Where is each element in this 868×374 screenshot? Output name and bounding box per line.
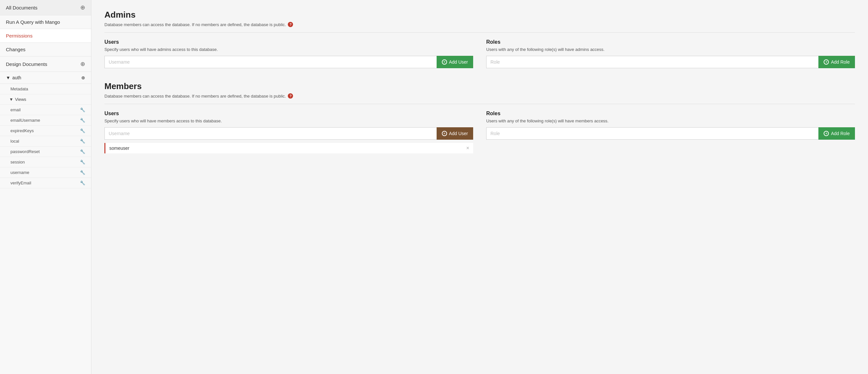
members-add-user-button[interactable]: + Add User [437, 127, 473, 140]
plus-icon: + [442, 131, 447, 136]
help-icon[interactable]: ? [288, 22, 293, 27]
sidebar-item-all-documents[interactable]: All Documents ⊕ [0, 0, 91, 15]
plus-icon: + [824, 59, 829, 65]
members-roles-input-row: + Add Role [486, 127, 855, 140]
chevron-down-icon: ▼ [9, 97, 13, 102]
view-label: username [10, 170, 29, 175]
view-label: passwordReset [10, 149, 40, 154]
members-roles-column: Roles Users with any of the following ro… [486, 111, 855, 153]
members-grid: Users Specify users who will have member… [104, 111, 855, 153]
help-icon[interactable]: ? [288, 93, 293, 99]
sidebar-item-label: Run A Query with Mango [6, 19, 60, 25]
plus-icon[interactable]: ⊕ [81, 75, 85, 80]
admins-grid: Users Specify users who will have admins… [104, 39, 855, 68]
sidebar-sub-item-passwordreset[interactable]: passwordReset 🔧 [0, 147, 91, 157]
members-add-role-button[interactable]: + Add Role [818, 127, 855, 140]
sidebar: All Documents ⊕ Run A Query with Mango P… [0, 0, 91, 374]
view-label: emailUsername [10, 118, 40, 123]
admins-users-title: Users [104, 39, 473, 45]
sidebar-sub-item-local[interactable]: local 🔧 [0, 136, 91, 147]
wrench-icon: 🔧 [80, 181, 85, 185]
admins-users-column: Users Specify users who will have admins… [104, 39, 473, 68]
members-roles-desc: Users with any of the following role(s) … [486, 119, 855, 123]
admins-roles-input-row: + Add Role [486, 56, 855, 68]
members-role-input[interactable] [486, 127, 818, 140]
plus-icon: + [824, 131, 829, 136]
wrench-icon: 🔧 [80, 118, 85, 123]
admins-add-user-button[interactable]: + Add User [437, 56, 473, 68]
sidebar-sub-item-email[interactable]: email 🔧 [0, 105, 91, 115]
view-label: verifyEmail [10, 181, 31, 185]
main-content: Admins Database members can access the d… [91, 0, 868, 374]
view-label: session [10, 160, 25, 164]
plus-icon[interactable]: ⊕ [80, 60, 85, 67]
sidebar-views-header[interactable]: ▼ Views [0, 94, 91, 105]
sidebar-sub-item-expiredkeys[interactable]: expiredKeys 🔧 [0, 126, 91, 136]
members-roles-title: Roles [486, 111, 855, 117]
sidebar-sub-item-emailusername[interactable]: emailUsername 🔧 [0, 115, 91, 126]
admins-description: Database members can access the database… [104, 22, 855, 27]
members-title: Members [104, 81, 855, 91]
members-users-title: Users [104, 111, 473, 117]
admins-roles-title: Roles [486, 39, 855, 45]
wrench-icon: 🔧 [80, 128, 85, 133]
members-users-tag-list: someuser × [104, 143, 473, 153]
chevron-down-icon: ▼ [6, 75, 10, 80]
sidebar-item-label: All Documents [6, 5, 37, 10]
view-label: expiredKeys [10, 128, 34, 133]
views-label: Views [15, 97, 26, 102]
members-users-desc: Specify users who will have members acce… [104, 119, 473, 123]
remove-tag-button[interactable]: × [466, 146, 469, 151]
plus-icon[interactable]: ⊕ [80, 4, 85, 11]
sidebar-sub-item-session[interactable]: session 🔧 [0, 157, 91, 167]
sidebar-sub-item-verifyemail[interactable]: verifyEmail 🔧 [0, 178, 91, 188]
sidebar-sub-item-label: Metadata [10, 87, 28, 91]
admins-add-role-button[interactable]: + Add Role [818, 56, 855, 68]
sidebar-item-design-documents[interactable]: Design Documents ⊕ [0, 57, 91, 72]
members-username-input[interactable] [104, 127, 437, 140]
wrench-icon: 🔧 [80, 160, 85, 164]
sidebar-item-permissions[interactable]: Permissions [0, 29, 91, 43]
sidebar-item-run-query[interactable]: Run A Query with Mango [0, 15, 91, 29]
admins-roles-column: Roles Users with any of the following ro… [486, 39, 855, 68]
plus-icon: + [442, 59, 447, 65]
wrench-icon: 🔧 [80, 107, 85, 112]
admins-users-input-row: + Add User [104, 56, 473, 68]
sidebar-item-label: Permissions [6, 33, 33, 38]
wrench-icon: 🔧 [80, 139, 85, 144]
members-section: Members Database members can access the … [104, 81, 855, 153]
admins-roles-desc: Users with any of the following role(s) … [486, 47, 855, 52]
sidebar-item-label: Design Documents [6, 61, 47, 67]
members-description: Database members can access the database… [104, 93, 855, 99]
view-label: local [10, 139, 19, 144]
admins-users-desc: Specify users who will have admins acces… [104, 47, 473, 52]
admins-section: Admins Database members can access the d… [104, 10, 855, 68]
members-users-input-row: + Add User [104, 127, 473, 140]
list-item: someuser × [104, 143, 473, 153]
sidebar-sub-item-metadata[interactable]: Metadata [0, 84, 91, 94]
sidebar-auth-header[interactable]: ▼ auth ⊕ [0, 72, 91, 84]
members-users-column: Users Specify users who will have member… [104, 111, 473, 153]
auth-label: auth [12, 75, 21, 80]
sidebar-item-label: Changes [6, 47, 26, 52]
wrench-icon: 🔧 [80, 170, 85, 175]
sidebar-sub-item-username[interactable]: username 🔧 [0, 167, 91, 178]
tag-value: someuser [109, 146, 129, 151]
sidebar-item-changes[interactable]: Changes [0, 43, 91, 57]
admins-role-input[interactable] [486, 56, 818, 68]
admins-username-input[interactable] [104, 56, 437, 68]
wrench-icon: 🔧 [80, 149, 85, 154]
admins-title: Admins [104, 10, 855, 20]
view-label: email [10, 107, 21, 112]
